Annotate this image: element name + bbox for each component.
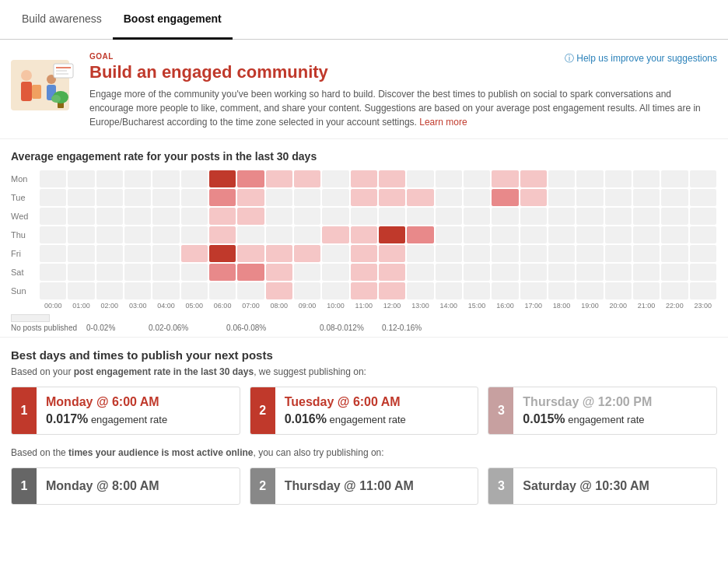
heatmap-cell <box>605 189 632 206</box>
legend-no-post: No posts published <box>11 314 77 332</box>
heatmap-time-label: 03:00 <box>124 302 151 310</box>
heatmap-cell <box>124 189 151 206</box>
heatmap-cell <box>152 245 179 262</box>
heatmap-cell <box>266 226 292 243</box>
heatmap-cell <box>40 208 66 225</box>
heatmap-cell <box>379 264 405 281</box>
heatmap-cell <box>294 170 320 187</box>
heatmap-cell <box>322 264 348 281</box>
heatmap-cell <box>124 208 151 225</box>
tab-bar: Build awareness Boost engagement <box>0 0 728 40</box>
suggestion-time: Monday @ 6:00 AM <box>46 395 230 409</box>
heatmap-cell <box>266 282 292 299</box>
tab-boost-engagement[interactable]: Boost engagement <box>113 0 233 40</box>
suggestion-card: 1Monday @ 6:00 AM0.017% engagement rate <box>11 387 240 435</box>
heatmap-row-mon: Mon <box>11 170 717 187</box>
heatmap-cell <box>68 264 94 281</box>
suggestion-card: 2Tuesday @ 6:00 AM0.016% engagement rate <box>250 387 479 435</box>
heatmap-day-label: Fri <box>11 249 39 258</box>
heatmap-time-label: 05:00 <box>181 302 208 310</box>
audience-card: 2Thursday @ 11:00 AM <box>250 467 479 505</box>
heatmap-cell <box>464 170 490 187</box>
heatmap-cell <box>690 245 716 262</box>
goal-illustration <box>11 52 77 118</box>
heatmap-cell <box>407 189 433 206</box>
heatmap-cell <box>464 208 490 225</box>
audience-card: 3Saturday @ 10:30 AM <box>488 467 717 505</box>
help-link[interactable]: ⓘHelp us improve your suggestions <box>565 52 717 65</box>
heatmap-time-label: 10:00 <box>322 302 348 310</box>
heatmap-cell <box>68 282 94 299</box>
heatmap-time-labels: 00:0001:0002:0003:0004:0005:0006:0007:00… <box>39 302 717 310</box>
heatmap-cell <box>605 208 632 225</box>
heatmap-cell <box>605 226 632 243</box>
heatmap-cell <box>407 170 433 187</box>
heatmap-cell <box>633 282 660 299</box>
heatmap-cell <box>96 245 123 262</box>
heatmap-cell <box>436 170 462 187</box>
heatmap-cell <box>548 170 575 187</box>
suggestion-content: Monday @ 6:00 AM0.017% engagement rate <box>37 387 240 434</box>
heatmap-time-label: 14:00 <box>436 302 462 310</box>
heatmap-cell <box>379 226 405 243</box>
heatmap-time-label: 08:00 <box>266 302 292 310</box>
tab-build-awareness[interactable]: Build awareness <box>11 0 113 39</box>
heatmap-cell <box>407 208 433 225</box>
heatmap-cell <box>407 245 433 262</box>
heatmap-cell <box>633 264 660 281</box>
heatmap-cell <box>492 189 518 206</box>
heatmap-cell <box>690 170 716 187</box>
heatmap-cell <box>520 208 547 225</box>
heatmap-cell <box>690 189 716 206</box>
heatmap-cell <box>209 189 236 206</box>
heatmap-time-label: 17:00 <box>520 302 547 310</box>
heatmap-cell <box>40 226 66 243</box>
suggestion-rate: 0.017% engagement rate <box>46 412 230 426</box>
heatmap-cell <box>351 208 377 225</box>
heatmap-cell <box>68 226 94 243</box>
heatmap-cell <box>436 189 462 206</box>
goal-illustration-svg <box>11 52 77 118</box>
learn-more-link[interactable]: Learn more <box>419 117 467 128</box>
suggestion-time: Thursday @ 12:00 PM <box>523 395 707 409</box>
heatmap-cell <box>379 208 405 225</box>
heatmap-cell <box>96 208 123 225</box>
heatmap-cell <box>351 189 377 206</box>
heatmap-cell <box>209 245 236 262</box>
heatmap-cell <box>152 208 179 225</box>
heatmap-cell <box>633 226 660 243</box>
heatmap-cell <box>237 245 264 262</box>
heatmap-cell <box>605 264 632 281</box>
heatmap-cell <box>633 208 660 225</box>
heatmap-cell <box>68 208 94 225</box>
heatmap-cell <box>661 226 688 243</box>
best-times-title: Best days and times to publish your next… <box>11 348 717 362</box>
heatmap-cell <box>436 282 462 299</box>
heatmap-cell <box>266 264 292 281</box>
heatmap-time-label: 21:00 <box>633 302 660 310</box>
audience-time: Thursday @ 11:00 AM <box>285 479 469 493</box>
heatmap-cell <box>181 245 208 262</box>
heatmap-time-label: 04:00 <box>152 302 179 310</box>
heatmap-cell <box>548 189 575 206</box>
heatmap-cell <box>322 245 348 262</box>
heatmap-cell <box>294 208 320 225</box>
audience-time: Monday @ 8:00 AM <box>46 479 230 493</box>
suggestion-rate: 0.015% engagement rate <box>523 412 707 426</box>
heatmap-cell <box>548 264 575 281</box>
heatmap-cell <box>237 170 264 187</box>
legend: No posts published 0-0.02% 0.02-0.06% 0.… <box>11 314 717 332</box>
heatmap-row-thu: Thu <box>11 226 717 243</box>
heatmap-cell <box>152 264 179 281</box>
heatmap-grid-wrapper: MonTueWedThuFriSatSun 00:0001:0002:0003:… <box>11 170 717 310</box>
heatmap-cell <box>124 170 151 187</box>
heatmap-cell <box>661 282 688 299</box>
heatmap-cell <box>322 282 348 299</box>
heatmap-cell <box>40 264 66 281</box>
suggestion-content: Thursday @ 12:00 PM0.015% engagement rat… <box>513 387 716 434</box>
heatmap-cell <box>436 245 462 262</box>
heatmap-cell <box>407 226 433 243</box>
heatmap-cell <box>690 264 716 281</box>
heatmap-cell <box>152 282 179 299</box>
heatmap-cell <box>661 170 688 187</box>
